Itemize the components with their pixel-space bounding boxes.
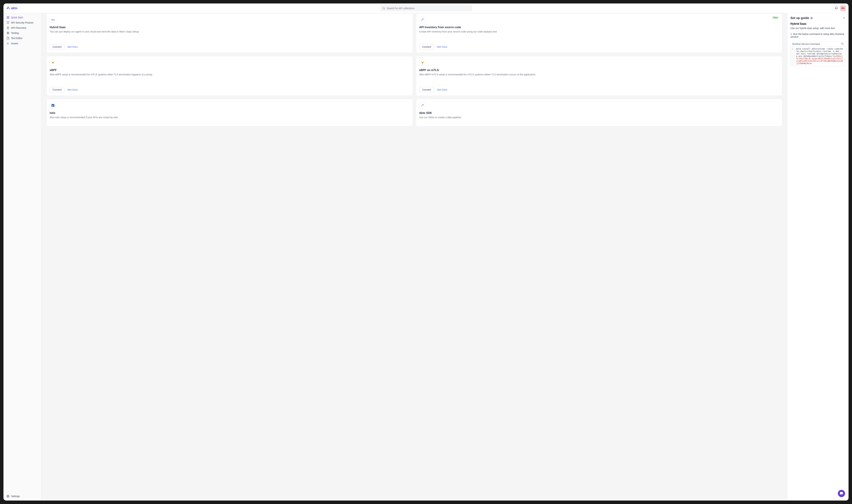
card-title: Istio	[50, 111, 410, 114]
akto-icon	[419, 16, 426, 23]
svg-point-16	[422, 62, 423, 64]
panel-intro: Use our hybrid saas setup, add more text…	[790, 27, 846, 30]
svg-point-7	[7, 32, 9, 34]
card-desc: Create API inventory from your source co…	[419, 30, 779, 41]
svg-point-13	[52, 62, 54, 64]
sidebar-item-api-discovery[interactable]: API Discovery	[3, 25, 41, 31]
svg-rect-2	[7, 16, 8, 17]
svg-rect-3	[8, 16, 9, 17]
see-docs-link[interactable]: See Docs	[437, 46, 448, 48]
see-docs-link[interactable]: See Docs	[67, 46, 78, 48]
grid-icon	[6, 16, 9, 19]
card-desc: You can just deploy our agent in your cl…	[50, 30, 410, 41]
sidebar: Quick Start API Security Posture API Dis…	[3, 13, 41, 501]
panel-subtitle: Hybrid Saas	[790, 22, 846, 25]
aws-icon: aws	[50, 16, 56, 23]
shield-icon	[6, 21, 9, 24]
card-desc: Akto-eBPF setup is recommended for mTLS …	[50, 73, 410, 84]
card-desc: Use our SDKs to create a data pipeline.	[419, 115, 779, 123]
main-content: aws Hybrid Saas You can just deploy our …	[41, 13, 787, 501]
svg-point-15	[53, 62, 53, 63]
logo[interactable]: akto	[6, 6, 17, 11]
card-desc: Akto-eBPF-mTLS setup is recommended for …	[419, 73, 779, 84]
svg-point-18	[422, 62, 423, 63]
gear-icon	[6, 495, 9, 498]
sidebar-item-label: Settings	[11, 495, 20, 498]
sidebar-item-label: Quick Start	[11, 16, 23, 19]
connector-card-istio: Istio Akto-Istio setup is recommended if…	[46, 99, 413, 127]
sidebar-item-testing[interactable]: Testing	[3, 31, 41, 36]
copy-icon[interactable]	[841, 42, 844, 46]
sidebar-item-label: Testing	[11, 32, 19, 34]
connector-card-akto-sdk: Akto SDK Use our SDKs to create a data p…	[416, 99, 782, 127]
setup-guide-panel: Set up guide i Hybrid Saas Use our hybri…	[787, 13, 849, 501]
chat-fab[interactable]	[838, 490, 845, 497]
svg-point-8	[7, 33, 8, 33]
chat-icon	[840, 492, 843, 495]
connector-card-ebpf: eBPF Akto-eBPF setup is recommended for …	[46, 56, 413, 96]
card-title: eBPF	[50, 69, 410, 72]
code-content: helm install aktoruntime ~/akto_code/hel…	[795, 47, 845, 66]
svg-line-1	[384, 9, 385, 9]
akto-logo-icon	[6, 6, 10, 11]
panel-step: 1. Run the below command to setup Akto R…	[790, 33, 846, 38]
svg-point-17	[422, 62, 422, 63]
svg-point-0	[383, 7, 384, 9]
sidebar-item-issues[interactable]: Issues	[3, 41, 41, 46]
top-bar: akto RA	[3, 3, 849, 13]
sidebar-item-api-security-posture[interactable]: API Security Posture	[3, 20, 41, 25]
search-box[interactable]	[380, 5, 472, 12]
see-docs-link[interactable]: See Docs	[67, 88, 78, 91]
istio-icon	[50, 102, 56, 109]
connect-button[interactable]: Connect	[50, 44, 65, 50]
code-label: Runtime Service Command	[792, 43, 820, 45]
brand-text: akto	[11, 6, 17, 10]
search-icon	[382, 7, 385, 10]
svg-point-14	[52, 62, 53, 63]
notifications-icon[interactable]	[835, 6, 838, 10]
sidebar-item-test-editor[interactable]: Test Editor	[3, 36, 41, 41]
see-docs-link[interactable]: See Docs	[437, 88, 448, 91]
svg-point-12	[7, 496, 8, 497]
card-title: Akto SDK	[419, 111, 779, 114]
sidebar-item-label: API Security Posture	[11, 21, 33, 24]
svg-rect-24	[842, 43, 844, 45]
svg-rect-6	[7, 28, 8, 29]
info-icon: i	[810, 17, 813, 20]
akto-icon	[419, 102, 426, 109]
svg-text:i: i	[811, 17, 812, 19]
svg-rect-19	[52, 104, 54, 107]
target-icon	[6, 32, 9, 34]
ebpf-icon	[50, 59, 56, 66]
close-icon[interactable]	[843, 16, 846, 20]
svg-rect-5	[8, 18, 9, 18]
card-desc: Akto-Istio setup is recommended if your …	[50, 115, 410, 123]
lock-icon	[6, 26, 9, 29]
connector-card-ebpf-mtls: eBPF on mTLS Akto-eBPF-mTLS setup is rec…	[416, 56, 782, 96]
connector-card-api-inventory: Beta API inventory from source code Crea…	[416, 13, 782, 53]
document-icon	[6, 37, 9, 40]
sidebar-item-label: API Discovery	[11, 26, 26, 29]
connect-button[interactable]: Connect	[419, 87, 434, 92]
code-body[interactable]: 1 helm install aktoruntime ~/akto_code/h…	[790, 47, 845, 66]
card-title: Hybrid Saas	[50, 26, 410, 29]
sidebar-item-label: Issues	[11, 42, 18, 45]
code-box: Runtime Service Command 1 helm install a…	[790, 41, 846, 66]
beta-badge: Beta	[771, 16, 779, 19]
connector-card-hybrid-saas: aws Hybrid Saas You can just deploy our …	[46, 13, 413, 53]
bar-chart-icon	[6, 42, 9, 45]
search-input[interactable]	[387, 7, 470, 10]
ebpf-icon	[419, 59, 426, 66]
line-number: 1	[790, 47, 795, 66]
sidebar-item-settings[interactable]: Settings	[3, 493, 41, 499]
panel-title: Set up guide i	[790, 16, 813, 20]
sidebar-item-label: Test Editor	[11, 37, 22, 40]
card-title: API inventory from source code	[419, 26, 779, 29]
card-title: eBPF on mTLS	[419, 69, 779, 72]
avatar[interactable]: RA	[840, 5, 846, 11]
svg-rect-4	[7, 18, 8, 18]
connect-button[interactable]: Connect	[419, 44, 434, 50]
sidebar-item-quick-start[interactable]: Quick Start	[3, 15, 41, 20]
connect-button[interactable]: Connect	[50, 87, 65, 92]
